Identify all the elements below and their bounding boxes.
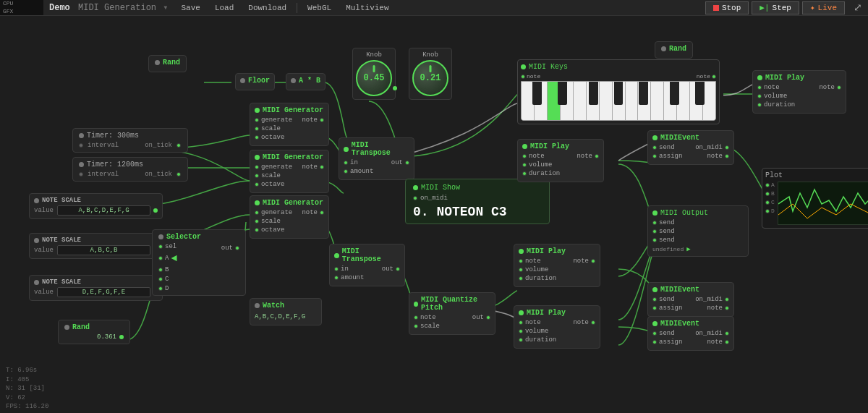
note-scale2-node[interactable]: NOTE SCALE value A,B,C,B — [29, 233, 163, 259]
midi-event2-node[interactable]: MIDIEvent send on_midi assign note — [647, 282, 734, 317]
midi-output-node[interactable]: MIDI Output send send send undefined ▶ — [647, 205, 749, 257]
note-scale1-node[interactable]: NOTE SCALE value A,B,C,D,E,F,G — [29, 193, 163, 219]
midi-gen3-node[interactable]: MIDI Generator generate note scale octav… — [250, 195, 329, 239]
mq-dot — [414, 302, 418, 307]
selector-out-port — [235, 246, 239, 250]
step-button[interactable]: ▶| Step — [752, 1, 799, 14]
midi-transpose2-node[interactable]: MIDI Transpose in out amount — [329, 244, 405, 286]
mp3-dur-port — [519, 276, 523, 281]
topbar: CPU GFX Demo MIDI Generation ▾ Save Load… — [0, 0, 868, 16]
live-button[interactable]: ✦ Live — [802, 1, 845, 14]
multiview-button[interactable]: Multiview — [339, 0, 396, 15]
midi-gen1-node[interactable]: MIDI Generator generate note scale octav… — [250, 103, 329, 146]
scale1-dot — [34, 198, 39, 203]
me3-assign-port — [652, 340, 657, 344]
mg1-octave-port — [255, 135, 259, 140]
mg2-scale-port — [255, 174, 259, 178]
mt2-out-port — [396, 267, 400, 271]
save-button[interactable]: Save — [174, 0, 207, 15]
midi-output-undefined: undefined — [652, 246, 684, 252]
stop-icon — [713, 5, 719, 11]
timer1-dot — [79, 133, 84, 138]
me2-onmidi-port — [725, 297, 729, 302]
timer1-node[interactable]: Timer: 300ms interval on_tick — [72, 128, 188, 153]
midi-show-dot — [413, 185, 418, 190]
knob2-dial[interactable]: 0.21 — [412, 60, 448, 96]
midi-gen2-dot — [255, 155, 260, 160]
me1-onmidi-port — [725, 145, 729, 150]
mp2-vol-port — [522, 163, 527, 167]
mt2-in-port — [334, 267, 339, 271]
mq-out-port — [486, 315, 490, 320]
midi-play2-node[interactable]: MIDI Play note note volume duration — [517, 139, 604, 182]
me3-note-port — [725, 340, 729, 344]
mp1-vol-port — [757, 94, 762, 98]
floor-dot — [240, 78, 245, 83]
mp2-note-port — [522, 154, 527, 158]
knob2-node[interactable]: Knob 0.21 — [409, 48, 452, 100]
mg2-note-port — [320, 165, 324, 169]
plot-node[interactable]: Plot A B C D — [762, 168, 868, 229]
plot-b-port — [765, 192, 770, 196]
watch-dot — [255, 303, 260, 308]
midi-show-node[interactable]: MIDI Show on_midi 0. NOTEON C3 — [405, 179, 550, 224]
watch-node[interactable]: Watch A,B,C,D,E,F,G — [250, 298, 322, 325]
midi-output-arrow-icon: ▶ — [686, 245, 690, 253]
mo-send2-port — [652, 229, 657, 234]
midi-play1-node[interactable]: MIDI Play note note volume duration — [752, 70, 846, 114]
floor-node[interactable]: Floor — [235, 73, 275, 90]
midi-event1-node[interactable]: MIDIEvent send on_midi assign note — [647, 130, 734, 165]
selector-d-port — [158, 286, 163, 291]
scale2-dot — [34, 238, 39, 243]
knob1-output-port — [393, 86, 397, 90]
midi-event3-node[interactable]: MIDIEvent send on_midi assign note — [647, 316, 734, 351]
mt2-amount-port — [334, 276, 339, 280]
mg1-note-port — [320, 118, 324, 122]
midi-play4-node[interactable]: MIDI Play note note volume duration — [514, 305, 600, 349]
midi-gen2-node[interactable]: MIDI Generator generate note scale octav… — [250, 150, 329, 193]
webgl-button[interactable]: WebGL — [300, 0, 339, 15]
mt1-amount-port — [344, 169, 348, 174]
mp3-dot — [519, 249, 524, 254]
me2-note-port — [725, 306, 729, 310]
piano-dot — [521, 64, 526, 69]
selector-arrow-icon: ◄ — [171, 252, 176, 264]
knob1-dial[interactable]: 0.45 — [356, 60, 392, 96]
mg3-note-port — [320, 210, 324, 215]
selector-b-port — [158, 268, 163, 272]
midi-transpose1-node[interactable]: MIDI Transpose in out amount — [339, 137, 414, 180]
link-icon[interactable]: ⤢ — [848, 0, 868, 15]
stop-button[interactable]: Stop — [705, 1, 749, 14]
me1-assign-port — [652, 154, 657, 158]
midi-keys-node[interactable]: MIDI Keys note note — [517, 59, 720, 124]
rand-top-node[interactable]: Rand — [148, 55, 187, 72]
mp1-note-out-port — [837, 85, 841, 90]
midi-quantize-node[interactable]: MIDI Quantize Pitch note out scale — [409, 292, 495, 335]
selector-node[interactable]: Selector sel A ◄ B C — [152, 229, 246, 296]
multiply-node[interactable]: A * B — [286, 73, 326, 90]
plot-chart — [778, 182, 868, 225]
load-button[interactable]: Load — [208, 0, 241, 15]
midi-play3-node[interactable]: MIDI Play note note volume duration — [514, 244, 600, 287]
mp2-dot — [522, 144, 527, 149]
midi-gen1-dot — [255, 108, 260, 113]
piano-out-port — [712, 74, 716, 79]
mq-scale-port — [414, 324, 418, 328]
knob1-node[interactable]: Knob 0.45 — [352, 48, 396, 100]
rand-topright-dot — [661, 46, 666, 51]
rand-top-dot — [155, 60, 160, 65]
mg2-octave-port — [255, 182, 259, 187]
note-scale3-node[interactable]: NOTE SCALE value D,E,F,G,F,E — [29, 275, 163, 301]
rand-topright-node[interactable]: Rand — [655, 41, 693, 59]
download-button[interactable]: Download — [241, 0, 294, 15]
me3-dot — [652, 321, 658, 326]
mg3-octave-port — [255, 228, 259, 232]
node-canvas: Rand Rand Floor A * B Knob 0.45 Knob — [0, 16, 868, 413]
rand-bottom-node[interactable]: Rand 0.361 — [58, 320, 130, 344]
rand-bottom-dot — [64, 325, 69, 330]
me2-dot — [652, 287, 658, 292]
selector-a-port — [158, 256, 163, 260]
cpu-gfx-indicator: CPU GFX — [0, 0, 43, 15]
timer2-node[interactable]: Timer: 1200ms interval on_tick — [72, 157, 188, 182]
me2-assign-port — [652, 306, 657, 310]
